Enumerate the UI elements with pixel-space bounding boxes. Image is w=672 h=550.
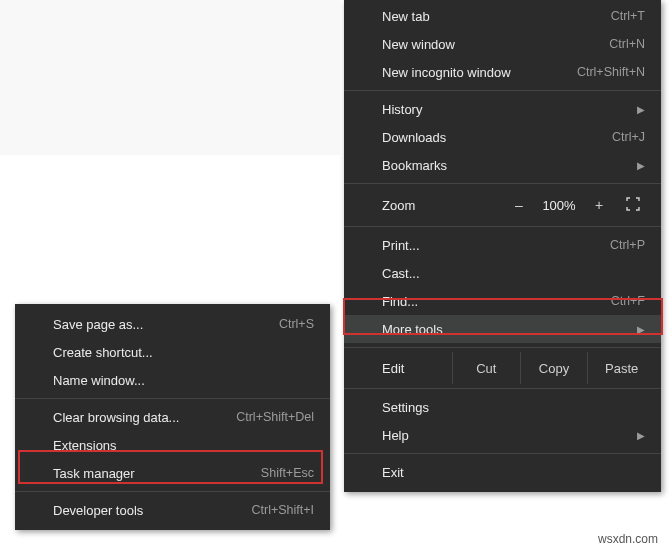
label: New tab bbox=[382, 9, 611, 24]
menu-item-print[interactable]: Print... Ctrl+P bbox=[344, 231, 661, 259]
watermark: wsxdn.com bbox=[598, 532, 658, 546]
zoom-value: 100% bbox=[535, 198, 583, 213]
label: History bbox=[382, 102, 637, 117]
label: Create shortcut... bbox=[53, 345, 314, 360]
submenu-item-task-manager[interactable]: Task manager Shift+Esc bbox=[15, 459, 330, 487]
label: Edit bbox=[382, 361, 452, 376]
menu-item-help[interactable]: Help ▶ bbox=[344, 421, 661, 449]
shortcut: Shift+Esc bbox=[261, 466, 314, 480]
label: Name window... bbox=[53, 373, 314, 388]
label: Help bbox=[382, 428, 637, 443]
menu-item-find[interactable]: Find... Ctrl+F bbox=[344, 287, 661, 315]
submenu-arrow-icon: ▶ bbox=[637, 104, 645, 115]
separator bbox=[15, 398, 330, 399]
menu-item-new-tab[interactable]: New tab Ctrl+T bbox=[344, 2, 661, 30]
label: Downloads bbox=[382, 130, 612, 145]
menu-item-exit[interactable]: Exit bbox=[344, 458, 661, 486]
edit-copy-button[interactable]: Copy bbox=[520, 352, 588, 384]
submenu-item-name-window[interactable]: Name window... bbox=[15, 366, 330, 394]
menu-item-new-incognito[interactable]: New incognito window Ctrl+Shift+N bbox=[344, 58, 661, 86]
shortcut: Ctrl+Shift+I bbox=[251, 503, 314, 517]
menu-item-new-window[interactable]: New window Ctrl+N bbox=[344, 30, 661, 58]
more-tools-submenu: Save page as... Ctrl+S Create shortcut..… bbox=[15, 304, 330, 530]
submenu-arrow-icon: ▶ bbox=[637, 324, 645, 335]
separator bbox=[344, 453, 661, 454]
zoom-out-button[interactable]: – bbox=[503, 197, 535, 213]
fullscreen-button[interactable] bbox=[615, 197, 651, 214]
label: Print... bbox=[382, 238, 610, 253]
label: Save page as... bbox=[53, 317, 279, 332]
label: Exit bbox=[382, 465, 645, 480]
label: Extensions bbox=[53, 438, 314, 453]
separator bbox=[344, 226, 661, 227]
label: More tools bbox=[382, 322, 637, 337]
menu-item-edit: Edit Cut Copy Paste bbox=[344, 352, 661, 384]
submenu-arrow-icon: ▶ bbox=[637, 160, 645, 171]
submenu-item-extensions[interactable]: Extensions bbox=[15, 431, 330, 459]
menu-item-bookmarks[interactable]: Bookmarks ▶ bbox=[344, 151, 661, 179]
menu-item-more-tools[interactable]: More tools ▶ bbox=[344, 315, 661, 343]
edit-paste-button[interactable]: Paste bbox=[587, 352, 655, 384]
shortcut: Ctrl+P bbox=[610, 238, 645, 252]
label: Task manager bbox=[53, 466, 261, 481]
label: Zoom bbox=[382, 198, 503, 213]
submenu-item-create-shortcut[interactable]: Create shortcut... bbox=[15, 338, 330, 366]
separator bbox=[15, 491, 330, 492]
shortcut: Ctrl+F bbox=[611, 294, 645, 308]
menu-item-history[interactable]: History ▶ bbox=[344, 95, 661, 123]
label: Find... bbox=[382, 294, 611, 309]
menu-item-settings[interactable]: Settings bbox=[344, 393, 661, 421]
zoom-in-button[interactable]: + bbox=[583, 197, 615, 213]
label: Bookmarks bbox=[382, 158, 637, 173]
submenu-item-save-page[interactable]: Save page as... Ctrl+S bbox=[15, 310, 330, 338]
edit-cut-button[interactable]: Cut bbox=[452, 352, 520, 384]
label: Developer tools bbox=[53, 503, 251, 518]
label: Cast... bbox=[382, 266, 645, 281]
shortcut: Ctrl+Shift+Del bbox=[236, 410, 314, 424]
chrome-main-menu: New tab Ctrl+T New window Ctrl+N New inc… bbox=[344, 0, 661, 492]
shortcut: Ctrl+S bbox=[279, 317, 314, 331]
label: Clear browsing data... bbox=[53, 410, 236, 425]
submenu-item-developer-tools[interactable]: Developer tools Ctrl+Shift+I bbox=[15, 496, 330, 524]
label: Settings bbox=[382, 400, 645, 415]
shortcut: Ctrl+T bbox=[611, 9, 645, 23]
shortcut: Ctrl+Shift+N bbox=[577, 65, 645, 79]
shortcut: Ctrl+N bbox=[609, 37, 645, 51]
menu-item-downloads[interactable]: Downloads Ctrl+J bbox=[344, 123, 661, 151]
menu-item-cast[interactable]: Cast... bbox=[344, 259, 661, 287]
separator bbox=[344, 183, 661, 184]
separator bbox=[344, 388, 661, 389]
separator bbox=[344, 90, 661, 91]
menu-item-zoom: Zoom – 100% + bbox=[344, 188, 661, 222]
submenu-item-clear-browsing-data[interactable]: Clear browsing data... Ctrl+Shift+Del bbox=[15, 403, 330, 431]
shortcut: Ctrl+J bbox=[612, 130, 645, 144]
label: New window bbox=[382, 37, 609, 52]
fullscreen-icon bbox=[626, 197, 640, 211]
label: New incognito window bbox=[382, 65, 577, 80]
submenu-arrow-icon: ▶ bbox=[637, 430, 645, 441]
separator bbox=[344, 347, 661, 348]
